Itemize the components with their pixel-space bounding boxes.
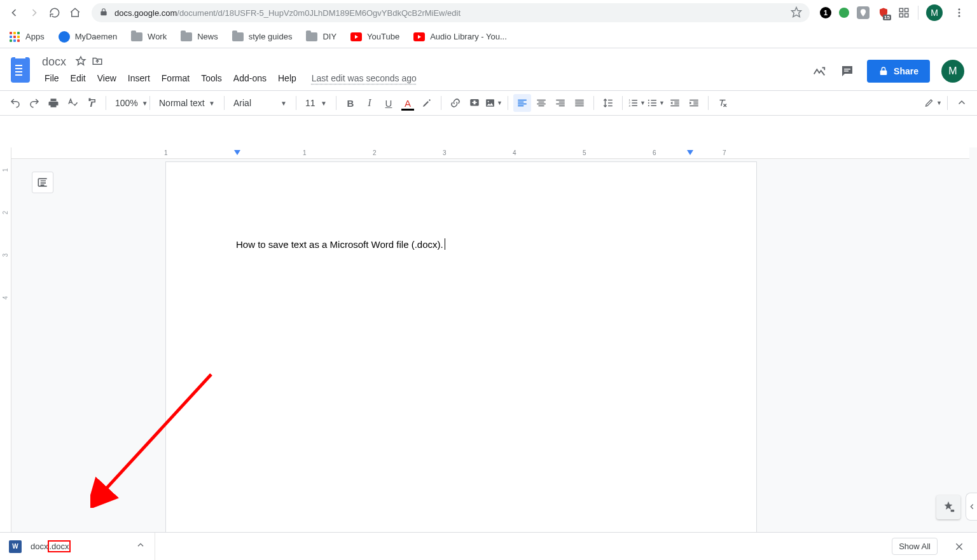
extension-gray[interactable] — [857, 6, 870, 19]
clear-formatting-button[interactable] — [714, 94, 731, 112]
bold-button[interactable]: B — [342, 94, 359, 112]
docs-logo[interactable] — [8, 53, 33, 86]
outline-toggle-button[interactable] — [32, 172, 53, 193]
close-downloads-button[interactable] — [950, 538, 968, 556]
insert-image-button[interactable]: ▼ — [485, 94, 502, 112]
ruler-tick: 1 — [164, 149, 168, 156]
download-menu-button[interactable] — [135, 540, 146, 552]
align-left-button[interactable] — [513, 94, 531, 112]
ruler-tick: 1 — [303, 149, 307, 156]
comments-icon[interactable] — [839, 63, 856, 79]
explore-button[interactable] — [936, 495, 960, 519]
extension-badge[interactable]: 1 — [820, 7, 831, 18]
svg-rect-3 — [899, 14, 903, 17]
menu-insert[interactable]: Insert — [123, 71, 155, 86]
insert-comment-button[interactable] — [466, 94, 483, 112]
profile-avatar[interactable]: M — [926, 4, 943, 21]
menu-tools[interactable]: Tools — [196, 71, 227, 86]
back-button[interactable] — [5, 4, 23, 22]
paragraph-style-select[interactable]: Normal text▼ — [155, 98, 219, 108]
extension-grid[interactable] — [897, 6, 910, 19]
reload-button[interactable] — [46, 4, 64, 22]
formatting-toolbar: 100%▼ Normal text▼ Arial▼ 11▼ B I U A ▼ … — [0, 90, 977, 116]
italic-button[interactable]: I — [361, 94, 378, 112]
zoom-select[interactable]: 100%▼ — [111, 98, 144, 108]
print-button[interactable] — [45, 94, 62, 112]
svg-marker-8 — [76, 57, 85, 65]
increase-indent-button[interactable] — [685, 94, 703, 112]
redo-button[interactable] — [25, 94, 43, 112]
undo-button[interactable] — [6, 94, 24, 112]
extension-green[interactable] — [839, 8, 849, 18]
share-button[interactable]: Share — [867, 60, 930, 83]
decrease-indent-button[interactable] — [666, 94, 684, 112]
ruler-indent-right[interactable] — [687, 150, 693, 155]
document-body-text[interactable]: How to save text as a Microsoft Word fil… — [236, 238, 445, 250]
svg-point-20 — [648, 102, 649, 104]
bookmark-audio-library[interactable]: Audio Library - You... — [413, 31, 507, 43]
account-avatar[interactable]: M — [941, 60, 964, 83]
address-bar[interactable]: docs.google.com/document/d/18USFR-5_HupV… — [92, 3, 810, 22]
bookmark-folder-news[interactable]: News — [181, 31, 218, 43]
menu-view[interactable]: View — [92, 71, 121, 86]
bookmark-mydaemen[interactable]: MyDaemen — [59, 31, 117, 43]
hide-ruler-button[interactable] — [960, 149, 973, 162]
menu-edit[interactable]: Edit — [66, 71, 91, 86]
align-right-button[interactable] — [551, 94, 569, 112]
svg-point-15 — [488, 101, 489, 102]
bookmark-apps[interactable]: Apps — [9, 31, 45, 43]
svg-point-21 — [648, 105, 649, 106]
document-page[interactable]: How to save text as a Microsoft Word fil… — [165, 161, 757, 532]
align-center-button[interactable] — [532, 94, 550, 112]
bookmark-folder-diy[interactable]: DIY — [306, 31, 336, 43]
bookmark-folder-work[interactable]: Work — [131, 31, 167, 43]
menu-file[interactable]: File — [39, 71, 64, 86]
bookmark-label: DIY — [322, 32, 336, 41]
bookmark-label: Apps — [25, 32, 45, 41]
extension-shield[interactable]: 15 — [877, 6, 890, 19]
insert-link-button[interactable] — [447, 94, 464, 112]
numbered-list-button[interactable]: 123▼ — [628, 94, 646, 112]
docs-header: docx File Edit View Insert Format Tools … — [0, 48, 977, 86]
bulleted-list-button[interactable]: ▼ — [647, 94, 665, 112]
menu-help[interactable]: Help — [273, 71, 301, 86]
svg-point-5 — [959, 8, 960, 10]
star-icon[interactable] — [75, 55, 87, 69]
forward-button[interactable] — [25, 4, 43, 22]
svg-rect-1 — [899, 8, 903, 11]
browser-menu-button[interactable] — [950, 4, 968, 22]
bookmark-star-icon[interactable] — [791, 6, 802, 20]
menu-addons[interactable]: Add-ons — [228, 71, 272, 86]
show-all-button[interactable]: Show All — [892, 538, 938, 555]
move-icon[interactable] — [92, 55, 103, 69]
editing-mode-button[interactable]: ▼ — [924, 94, 942, 112]
extensions-area: 1 15 M — [820, 4, 972, 22]
horizontal-ruler[interactable]: 11234567 — [11, 147, 969, 159]
side-panel-toggle[interactable] — [966, 493, 977, 521]
menu-format[interactable]: Format — [156, 71, 195, 86]
text-color-button[interactable]: A — [399, 94, 417, 112]
svg-point-7 — [959, 15, 960, 17]
menu-bar: File Edit View Insert Format Tools Add-o… — [39, 71, 805, 86]
line-spacing-button[interactable] — [599, 94, 617, 112]
font-family-select[interactable]: Arial▼ — [230, 98, 291, 108]
paint-format-button[interactable] — [83, 94, 100, 112]
home-button[interactable] — [66, 4, 84, 22]
download-item[interactable]: W docx.docx — [9, 533, 155, 560]
bookmark-youtube[interactable]: YouTube — [350, 31, 399, 43]
divider — [918, 6, 918, 20]
downloads-bar: W docx.docx Show All — [0, 532, 977, 560]
last-edit-link[interactable]: Last edit was seconds ago — [303, 73, 417, 83]
ruler-indent-left[interactable] — [234, 150, 240, 155]
bookmark-label: Audio Library - You... — [430, 32, 507, 41]
highlight-button[interactable] — [418, 94, 436, 112]
underline-button[interactable]: U — [380, 94, 398, 112]
spellcheck-button[interactable] — [64, 94, 81, 112]
collapse-toolbar-button[interactable] — [953, 94, 971, 112]
bookmark-folder-style-guides[interactable]: style guides — [232, 31, 293, 43]
activity-icon[interactable] — [811, 63, 828, 79]
document-title[interactable]: docx — [39, 55, 69, 69]
font-size-select[interactable]: 11▼ — [301, 98, 331, 108]
svg-point-19 — [648, 100, 649, 101]
align-justify-button[interactable] — [571, 94, 588, 112]
